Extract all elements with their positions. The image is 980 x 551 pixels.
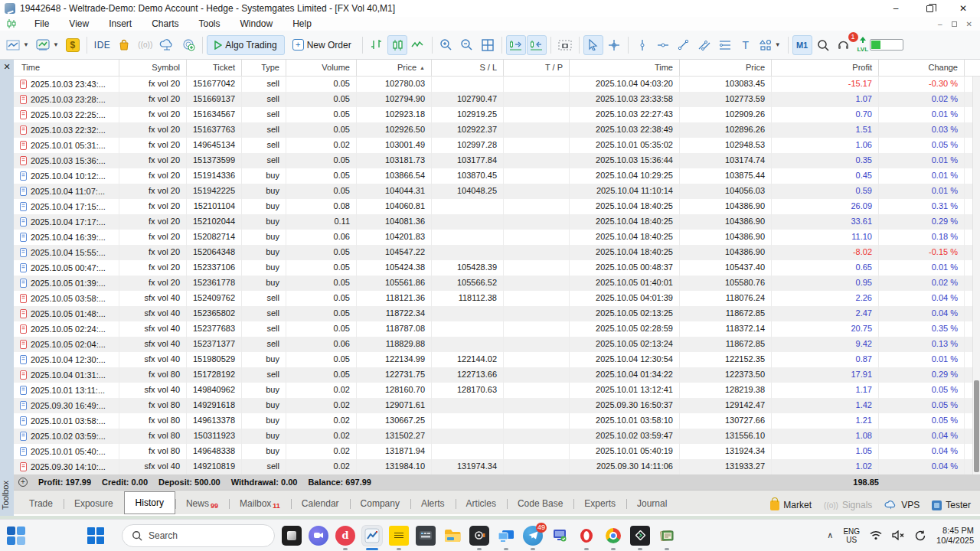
table-row[interactable]: 2025.10.01 05:31:... fx vol 20 149645134…	[14, 138, 980, 153]
minimize-button[interactable]: –	[879, 0, 913, 17]
table-row[interactable]: 2025.10.04 12:30:... sfx vol 40 15198052…	[14, 352, 980, 367]
toolbox-tab[interactable]: Company	[350, 494, 410, 514]
trendline-button[interactable]	[674, 35, 694, 55]
ide-button[interactable]: IDE	[91, 35, 114, 55]
table-row[interactable]: 2025.10.05 02:24:... sfx vol 40 15237768…	[14, 321, 980, 337]
level-indicator[interactable]: LVL	[854, 35, 907, 55]
toolbox-tab[interactable]: Articles	[456, 494, 507, 514]
zoom-out-button[interactable]	[457, 35, 477, 55]
col-header-profit[interactable]: Profit	[772, 60, 879, 76]
screenshot-button[interactable]	[555, 35, 575, 55]
pc-app-icon[interactable]	[550, 526, 570, 546]
table-row[interactable]: 2025.10.01 03:58:... fx vol 80 149613378…	[14, 413, 980, 429]
table-row[interactable]: 2025.10.04 15:55:... fx vol 20 152064348…	[14, 245, 980, 260]
vertical-scrollbar[interactable]	[972, 77, 980, 476]
start-button[interactable]	[86, 526, 106, 546]
yellow-app-icon[interactable]	[389, 526, 409, 546]
candlestick-style-button[interactable]	[387, 35, 407, 55]
menu-item[interactable]: View	[59, 17, 99, 31]
menu-item[interactable]: Window	[230, 17, 283, 31]
col-header-close-price[interactable]: Price	[680, 60, 772, 76]
col-header-ticket[interactable]: Ticket	[187, 60, 242, 76]
fibonacci-button[interactable]	[715, 35, 735, 55]
toolbox-close-button[interactable]: ✕	[0, 60, 14, 73]
channel-button[interactable]	[694, 35, 714, 55]
shift-end-button[interactable]	[506, 35, 526, 55]
line-style-button[interactable]	[408, 35, 428, 55]
shift-chart-button[interactable]	[527, 35, 547, 55]
table-row[interactable]: 2025.10.05 01:39:... fx vol 20 152361778…	[14, 276, 980, 291]
menu-item[interactable]: Insert	[99, 17, 142, 31]
col-header-change[interactable]: Change	[879, 60, 965, 76]
search-button[interactable]	[813, 35, 833, 55]
text-tool-button[interactable]: T	[736, 35, 756, 55]
volume-muted-icon[interactable]	[892, 530, 905, 540]
market-status-button[interactable]: Market	[770, 500, 812, 510]
toolbox-tab[interactable]: News99	[175, 494, 229, 514]
expand-summary-icon[interactable]: +	[18, 478, 28, 487]
table-row[interactable]: 2025.10.03 15:36:... fx vol 20 151373599…	[14, 153, 980, 168]
toolbox-tab[interactable]: History	[124, 491, 175, 514]
opera-browser-icon[interactable]	[577, 526, 596, 546]
toolbox-tab[interactable]: Trade	[18, 494, 64, 514]
table-row[interactable]: 2025.09.30 16:49:... fx vol 80 149291618…	[14, 398, 980, 413]
camera-app-icon[interactable]	[469, 526, 489, 546]
horizontal-line-button[interactable]	[653, 35, 673, 55]
market-watch-button[interactable]: $	[63, 35, 83, 55]
col-header-type[interactable]: Type	[242, 60, 286, 76]
language-switcher[interactable]: ENGUS	[843, 527, 860, 544]
mdi-minimize-button[interactable]: –	[938, 20, 942, 28]
table-row[interactable]: 2025.10.03 23:43:... fx vol 20 151677042…	[14, 77, 980, 92]
vps-cloud-button[interactable]	[156, 35, 178, 55]
table-row[interactable]: 2025.10.03 22:25:... fx vol 20 151634567…	[14, 107, 980, 122]
tray-expand-button[interactable]: ∧	[827, 530, 833, 540]
widgets-button[interactable]	[6, 526, 26, 546]
col-header-volume[interactable]: Volume	[286, 60, 357, 76]
notifications-button[interactable]: 1	[834, 35, 854, 55]
toolbox-tab[interactable]: Journal	[626, 494, 678, 514]
tester-target-button[interactable]	[178, 35, 198, 55]
mdi-restore-button[interactable]	[952, 21, 957, 27]
taskbar-clock[interactable]: 8:45 PM10/4/2025	[936, 526, 974, 546]
taskbar-search[interactable]: Search	[122, 524, 275, 547]
table-row[interactable]: 2025.10.04 16:39:... fx vol 20 152082714…	[14, 230, 980, 245]
mdi-close-button[interactable]: ✕	[966, 20, 972, 28]
col-header-symbol[interactable]: Symbol	[119, 60, 187, 76]
maximize-button[interactable]	[913, 0, 946, 17]
objects-button[interactable]: ▼	[756, 35, 784, 55]
toolbox-tab[interactable]: Experts	[573, 494, 626, 514]
table-row[interactable]: 2025.10.05 02:04:... sfx vol 40 15237137…	[14, 337, 980, 352]
scrollbar-thumb[interactable]	[974, 380, 979, 472]
table-row[interactable]: 2025.09.30 14:10:... sfx vol 40 14921081…	[14, 459, 980, 474]
indicators-button[interactable]: ▼	[33, 35, 62, 55]
menu-item[interactable]: Charts	[142, 17, 188, 31]
meet-app-icon[interactable]	[309, 526, 328, 546]
dailymotion-app-icon[interactable]: d	[335, 526, 355, 546]
vertical-line-button[interactable]	[632, 35, 652, 55]
col-header-sl[interactable]: S / L	[432, 60, 504, 76]
timeframe-button[interactable]: M1	[792, 35, 812, 55]
table-row[interactable]: 2025.10.04 17:15:... fx vol 20 152101104…	[14, 199, 980, 214]
col-header-tp[interactable]: T / P	[504, 60, 570, 76]
bar-chart-style-button[interactable]	[367, 35, 387, 55]
table-row[interactable]: 2025.10.03 22:32:... fx vol 20 151637763…	[14, 122, 980, 138]
col-header-close-time[interactable]: Time	[570, 60, 680, 76]
zoom-in-button[interactable]	[436, 35, 456, 55]
library-app-icon[interactable]	[657, 526, 677, 546]
table-row[interactable]: 2025.10.05 00:47:... fx vol 20 152337106…	[14, 260, 980, 276]
table-row[interactable]: 2025.10.01 05:40:... fx vol 80 149648338…	[14, 444, 980, 459]
crosshair-button[interactable]	[604, 35, 624, 55]
signals-status-button[interactable]: ((o)) Signals	[824, 500, 872, 510]
telegram-app-icon[interactable]: 49	[523, 526, 543, 546]
toolbox-tab[interactable]: Exposure	[64, 494, 124, 514]
menu-item[interactable]: Help	[283, 17, 322, 31]
table-row[interactable]: 2025.10.04 11:07:... fx vol 20 151942225…	[14, 184, 980, 199]
close-button[interactable]: ✕	[946, 0, 980, 17]
chrome-browser-icon[interactable]	[603, 526, 623, 546]
tile-windows-button[interactable]	[478, 35, 498, 55]
table-row[interactable]: 2025.10.04 17:17:... fx vol 20 152102044…	[14, 214, 980, 230]
metatrader-app-icon[interactable]	[362, 526, 382, 546]
menu-item[interactable]: Tools	[189, 17, 230, 31]
table-row[interactable]: 2025.10.02 03:59:... fx vol 80 150311923…	[14, 429, 980, 444]
table-row[interactable]: 2025.10.05 01:48:... sfx vol 40 15236580…	[14, 306, 980, 321]
